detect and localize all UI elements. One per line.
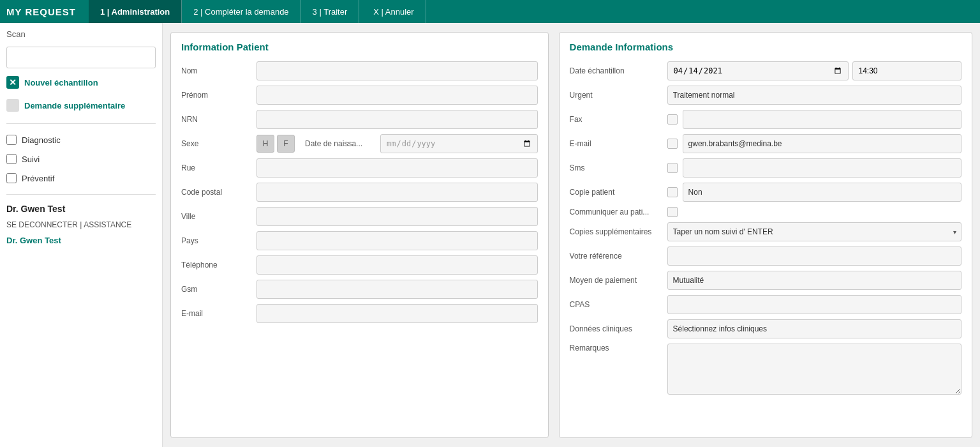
time-input[interactable]	[852, 61, 961, 80]
donnees-cliniques-input[interactable]	[667, 319, 961, 338]
codepostal-input[interactable]	[256, 183, 538, 202]
sms-input[interactable]	[683, 158, 961, 178]
nav-step3[interactable]: 3 | Traiter	[301, 0, 360, 23]
donnees-cliniques-row: Données cliniques	[570, 319, 961, 338]
moyen-paiement-label: Moyen de paiement	[570, 276, 662, 285]
moyen-paiement-row: Moyen de paiement	[570, 271, 961, 290]
copie-patient-checkbox[interactable]	[667, 187, 678, 197]
rue-input[interactable]	[256, 158, 538, 178]
urgent-input[interactable]	[667, 86, 961, 105]
fax-label: Fax	[570, 115, 662, 124]
copie-patient-label: Copie patient	[570, 188, 662, 197]
cpas-label: CPAS	[570, 300, 662, 309]
date-time-group	[667, 61, 961, 80]
gender-h-button[interactable]: H	[256, 135, 274, 153]
content-area: Information Patient Nom Prénom NRN Sexe …	[163, 23, 980, 447]
dob-label: Date de naissa...	[305, 139, 375, 148]
doctor-actions[interactable]: SE DECONNECTER | ASSISTANCE	[6, 220, 156, 229]
prenom-label: Prénom	[181, 91, 251, 100]
gsm-label: Gsm	[181, 285, 251, 294]
gsm-input[interactable]	[256, 280, 538, 299]
sms-label: Sms	[570, 163, 662, 172]
check-icon	[6, 99, 19, 112]
demande-email-input[interactable]	[683, 134, 961, 153]
pays-row: Pays	[181, 231, 538, 250]
checkbox-diagnostic-input[interactable]	[6, 135, 17, 145]
ville-input[interactable]	[256, 207, 538, 226]
patient-email-input[interactable]	[256, 304, 538, 323]
telephone-input[interactable]	[256, 255, 538, 275]
additional-request-button[interactable]: Demande supplémentaire	[6, 96, 156, 114]
new-sample-button[interactable]: ✕ Nouvel échantillon	[6, 73, 156, 91]
dob-input[interactable]	[380, 134, 538, 153]
communiquer-checkbox[interactable]	[667, 207, 678, 217]
divider-1	[6, 123, 156, 124]
codepostal-row: Code postal	[181, 183, 538, 202]
sms-checkbox[interactable]	[667, 163, 678, 173]
gender-f-button[interactable]: F	[277, 135, 295, 153]
copie-patient-group	[667, 183, 961, 202]
prenom-input[interactable]	[256, 86, 538, 105]
sexe-label: Sexe	[181, 139, 251, 148]
copie-patient-input[interactable]	[683, 183, 961, 202]
copie-patient-row: Copie patient	[570, 183, 961, 202]
demande-email-row: E-mail	[570, 134, 961, 153]
nav-step1[interactable]: 1 | Administration	[89, 0, 182, 23]
patient-info-panel: Information Patient Nom Prénom NRN Sexe …	[170, 32, 549, 438]
demande-email-label: E-mail	[570, 139, 662, 148]
sidebar: Scan ✕ Nouvel échantillon Demande supplé…	[0, 23, 163, 447]
x-icon: ✕	[6, 76, 19, 89]
demande-info-panel: Demande Informations Date échantillon Ur…	[559, 32, 972, 438]
copies-sup-select[interactable]: Taper un nom suivi d' ENTER	[667, 222, 961, 241]
cpas-row: CPAS	[570, 295, 961, 314]
nav-step2[interactable]: 2 | Compléter la demande	[182, 0, 301, 23]
communiquer-row: Communiquer au pati...	[570, 207, 961, 217]
checkbox-preventif[interactable]: Préventif	[6, 171, 156, 185]
divider-2	[6, 194, 156, 195]
sexe-row: Sexe H F Date de naissa...	[181, 134, 538, 153]
communiquer-group	[667, 207, 961, 217]
checkbox-suivi-input[interactable]	[6, 154, 17, 164]
patient-email-label: E-mail	[181, 309, 251, 318]
fax-row: Fax	[570, 110, 961, 129]
nav-cancel[interactable]: X | Annuler	[362, 0, 426, 23]
votre-ref-input[interactable]	[667, 246, 961, 266]
nrn-row: NRN	[181, 110, 538, 129]
nrn-input[interactable]	[256, 110, 538, 129]
gsm-row: Gsm	[181, 280, 538, 299]
urgent-row: Urgent	[570, 86, 961, 105]
telephone-label: Téléphone	[181, 261, 251, 269]
top-nav: MY REQUEST 1 | Administration 2 | Complé…	[0, 0, 980, 23]
donnees-cliniques-label: Données cliniques	[570, 324, 662, 333]
patient-email-row: E-mail	[181, 304, 538, 323]
cpas-input[interactable]	[667, 295, 961, 314]
prenom-row: Prénom	[181, 86, 538, 105]
nom-input[interactable]	[256, 61, 538, 80]
urgent-label: Urgent	[570, 91, 662, 100]
scan-input[interactable]	[6, 47, 156, 68]
sms-row: Sms	[570, 158, 961, 178]
checkbox-suivi[interactable]: Suivi	[6, 152, 156, 166]
remarques-textarea[interactable]	[667, 344, 961, 395]
telephone-row: Téléphone	[181, 255, 538, 275]
new-sample-label: Nouvel échantillon	[24, 78, 98, 87]
doctor-link[interactable]: Dr. Gwen Test	[6, 236, 156, 245]
checkbox-diagnostic[interactable]: Diagnostic	[6, 133, 156, 147]
additional-request-label: Demande supplémentaire	[24, 101, 125, 110]
codepostal-label: Code postal	[181, 188, 251, 197]
email-checkbox[interactable]	[667, 139, 678, 149]
gender-group: H F	[256, 135, 295, 153]
communiquer-label: Communiquer au pati...	[570, 208, 662, 216]
fax-input[interactable]	[683, 110, 961, 129]
pays-input[interactable]	[256, 231, 538, 250]
fax-checkbox[interactable]	[667, 114, 678, 125]
checkbox-preventif-input[interactable]	[6, 173, 17, 183]
brand-title: MY REQUEST	[6, 6, 76, 17]
email-group	[667, 134, 961, 153]
ville-row: Ville	[181, 207, 538, 226]
votre-ref-row: Votre référence	[570, 246, 961, 266]
scan-title: Scan	[6, 29, 156, 39]
moyen-paiement-input[interactable]	[667, 271, 961, 290]
main-layout: Scan ✕ Nouvel échantillon Demande supplé…	[0, 23, 980, 447]
date-echantillon-input[interactable]	[667, 61, 849, 80]
